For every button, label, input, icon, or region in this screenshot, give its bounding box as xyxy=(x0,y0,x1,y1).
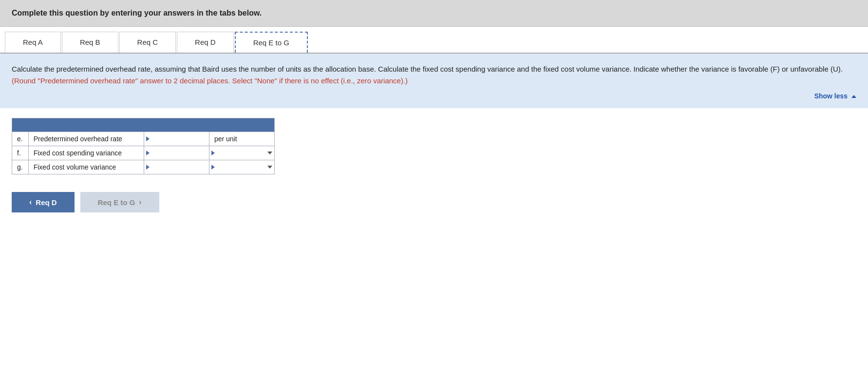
main-description: Calculate the predetermined overhead rat… xyxy=(12,63,856,87)
content-area: Calculate the predetermined overhead rat… xyxy=(0,54,868,108)
input-tri-icon-f xyxy=(146,151,150,155)
row-letter-e: e. xyxy=(12,132,29,146)
row-desc-e: Predetermined overhead rate xyxy=(28,132,144,146)
input-tri-icon-e xyxy=(146,136,150,141)
instruction-header: Complete this question by entering your … xyxy=(0,0,868,27)
select-tri-icon-f xyxy=(211,151,215,155)
row-letter-f: f. xyxy=(12,146,29,160)
input-field-f[interactable] xyxy=(151,147,207,159)
show-less-icon xyxy=(851,95,856,98)
select-field-f[interactable]: FUNone xyxy=(217,147,272,159)
next-chevron-icon: › xyxy=(139,198,141,207)
answer-table: e.Predetermined overhead rateper unitf.F… xyxy=(12,118,275,174)
select-field-g[interactable]: FUNone xyxy=(217,161,272,173)
input-field-e[interactable] xyxy=(151,133,207,145)
tab-req-d[interactable]: Req D xyxy=(177,32,234,53)
row-suffix-cell-e: per unit xyxy=(209,132,274,146)
table-row-f: f.Fixed cost spending varianceFUNone xyxy=(12,146,275,160)
row-desc-f: Fixed cost spending variance xyxy=(28,146,144,160)
tabs-row: Req AReq BReq CReq DReq E to G xyxy=(0,27,868,54)
table-header-row xyxy=(12,118,275,132)
red-note: (Round "Predetermined overhead rate" ans… xyxy=(12,76,408,85)
prev-chevron-icon: ‹ xyxy=(29,198,32,207)
tab-req-e-g[interactable]: Req E to G xyxy=(235,32,308,53)
tab-req-b[interactable]: Req B xyxy=(62,32,118,53)
row-input-cell-g[interactable] xyxy=(144,160,209,174)
show-less-button[interactable]: Show less xyxy=(12,91,856,101)
instruction-text: Complete this question by entering your … xyxy=(12,9,262,17)
prev-label: Req D xyxy=(36,198,57,207)
row-suffix-cell-f[interactable]: FUNone xyxy=(209,146,274,160)
input-field-g[interactable] xyxy=(151,161,207,173)
tab-req-c[interactable]: Req C xyxy=(119,32,176,53)
answer-section: e.Predetermined overhead rateper unitf.F… xyxy=(0,108,868,184)
input-tri-icon-g xyxy=(146,165,150,170)
row-input-cell-f[interactable] xyxy=(144,146,209,160)
select-tri-icon-g xyxy=(211,165,215,170)
prev-button[interactable]: ‹ Req D xyxy=(12,192,75,212)
next-button[interactable]: Req E to G › xyxy=(80,192,159,212)
table-row-e: e.Predetermined overhead rateper unit xyxy=(12,132,275,146)
table-header-cell xyxy=(12,118,275,132)
tab-req-a[interactable]: Req A xyxy=(5,32,61,53)
table-row-g: g.Fixed cost volume varianceFUNone xyxy=(12,160,275,174)
navigation-buttons: ‹ Req D Req E to G › xyxy=(0,184,868,220)
row-letter-g: g. xyxy=(12,160,29,174)
next-label: Req E to G xyxy=(98,198,135,207)
row-desc-g: Fixed cost volume variance xyxy=(28,160,144,174)
row-input-cell-e[interactable] xyxy=(144,132,209,146)
row-suffix-cell-g[interactable]: FUNone xyxy=(209,160,274,174)
